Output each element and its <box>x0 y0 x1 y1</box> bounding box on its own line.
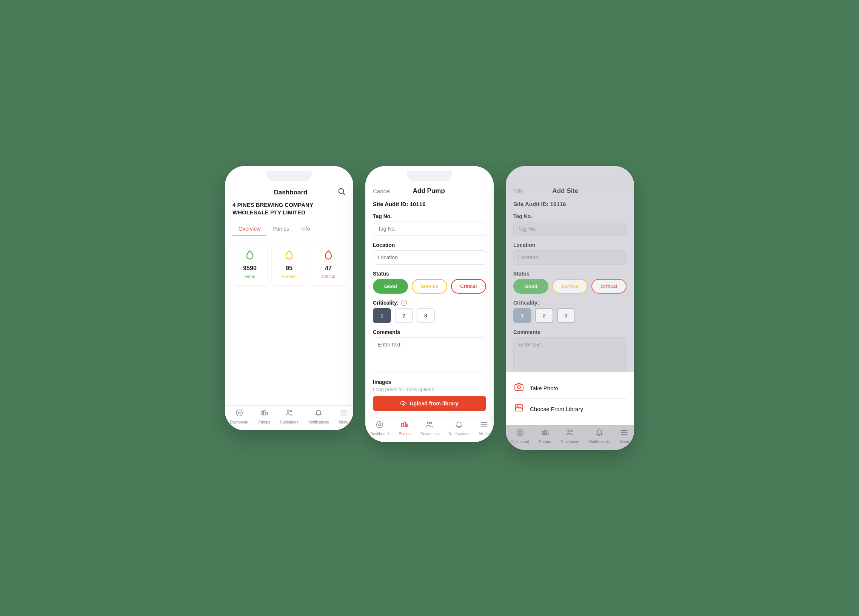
status-label-2: Status <box>373 270 486 277</box>
phone-add-site: Edit Add Site Site Audit ID: 10116 Tag N… <box>506 166 634 450</box>
tab-pumps[interactable]: Pumps <box>267 222 295 236</box>
comments-textarea-2[interactable] <box>373 338 486 371</box>
pumps-nav-icon-1 <box>260 409 269 419</box>
comments-group-2: Comments <box>373 329 486 373</box>
notifications-nav-icon-3 <box>595 428 603 439</box>
svg-point-7 <box>287 410 289 413</box>
tab-info[interactable]: Info <box>295 222 316 236</box>
service-btn-2[interactable]: Service <box>412 279 447 294</box>
search-icon[interactable] <box>337 187 346 197</box>
tag-no-input-2[interactable] <box>373 222 486 236</box>
take-photo-label: Take Photo <box>530 385 558 391</box>
criticality-label-3: Criticality: <box>513 300 626 306</box>
nav-pumps-2[interactable]: Pumps <box>399 421 411 436</box>
svg-rect-29 <box>544 430 546 435</box>
status-label-3: Status <box>513 270 626 277</box>
upload-btn-label-2: Upload from library <box>409 400 458 406</box>
bottom-nav-3: Dashboard Pumps <box>506 425 634 450</box>
svg-point-2 <box>236 410 242 416</box>
svg-rect-28 <box>542 431 544 435</box>
svg-point-3 <box>238 412 241 414</box>
take-photo-action[interactable]: Take Photo <box>513 378 626 398</box>
tabs-row: Overview Pumps Info <box>225 222 353 236</box>
criticality-info-icon-2[interactable]: i <box>401 300 407 306</box>
crit-2-btn-3[interactable]: 2 <box>535 308 553 323</box>
nav-menu-1[interactable]: Menu <box>339 409 348 424</box>
nav-customers-1[interactable]: Customers <box>280 409 298 424</box>
edit-button-3[interactable]: Edit <box>513 188 523 194</box>
customers-nav-icon-1 <box>285 409 293 419</box>
nav-menu-3[interactable]: Menu <box>620 428 629 444</box>
nav-customers-label-3: Customers <box>561 440 579 444</box>
criticality-label-2: Criticality: i <box>373 300 486 306</box>
upload-btn-2[interactable]: Upload from library <box>373 396 486 411</box>
crit-2-btn-2[interactable]: 2 <box>395 308 413 323</box>
comments-group-3: Comments <box>513 329 626 372</box>
nav-menu-label-3: Menu <box>620 440 629 444</box>
svg-point-13 <box>376 422 383 428</box>
audit-id-2: Site Audit ID: 10116 <box>365 201 494 213</box>
crit-1-btn-3[interactable]: 1 <box>513 308 531 323</box>
nav-dashboard-3[interactable]: Dashboard <box>511 428 529 444</box>
nav-notifications-1[interactable]: Notifications <box>308 409 329 424</box>
status-buttons-2: Good Service Critical <box>373 279 486 294</box>
dashboard-nav-icon-3 <box>516 428 524 439</box>
nav-notifications-label-3: Notifications <box>589 440 609 444</box>
customers-nav-icon-2 <box>425 421 434 431</box>
crit-3-btn-2[interactable]: 3 <box>417 308 435 323</box>
critical-btn-3[interactable]: Critical <box>591 279 626 294</box>
pumps-nav-icon-3 <box>541 428 549 439</box>
tab-overview[interactable]: Overview <box>233 222 267 236</box>
location-label-3: Location <box>513 242 626 248</box>
svg-point-8 <box>290 411 292 412</box>
location-group-2: Location <box>373 242 486 264</box>
svg-point-31 <box>568 430 570 432</box>
location-input-3[interactable] <box>513 250 626 264</box>
good-label: Good <box>244 274 255 279</box>
crit-1-btn-2[interactable]: 1 <box>373 308 391 323</box>
svg-point-23 <box>517 386 520 389</box>
camera-icon <box>513 382 525 394</box>
svg-rect-15 <box>401 423 403 427</box>
nav-pumps-3[interactable]: Pumps <box>539 428 551 444</box>
tag-no-input-3[interactable] <box>513 222 626 236</box>
nav-notifications-3[interactable]: Notifications <box>589 428 609 444</box>
good-btn-3[interactable]: Good <box>513 279 548 294</box>
cancel-button[interactable]: Cancel <box>373 188 390 194</box>
nav-dashboard-1[interactable]: Dashboard <box>230 409 248 424</box>
nav-pumps-1[interactable]: Pumps <box>259 409 270 424</box>
svg-rect-6 <box>266 412 268 415</box>
nav-pumps-label-1: Pumps <box>259 420 270 424</box>
notifications-nav-icon-1 <box>314 409 323 419</box>
photo-actions-panel: Take Photo Choose From Library <box>506 372 634 425</box>
good-btn-2[interactable]: Good <box>373 279 408 294</box>
nav-menu-2[interactable]: Menu <box>479 421 489 436</box>
nav-customers-2[interactable]: Customers <box>420 421 439 436</box>
comments-textarea-3[interactable] <box>513 338 626 371</box>
nav-pumps-label-3: Pumps <box>539 440 551 444</box>
crit-3-btn-3[interactable]: 3 <box>557 308 575 323</box>
location-group-3: Location <box>513 242 626 264</box>
choose-library-label: Choose From Library <box>530 406 583 412</box>
menu-nav-icon-2 <box>480 421 488 431</box>
svg-point-18 <box>428 422 430 424</box>
nav-dashboard-2[interactable]: Dashboard <box>370 421 389 436</box>
critical-btn-2[interactable]: Critical <box>451 279 486 294</box>
svg-point-27 <box>519 432 521 434</box>
form-body-3: Tag No. Location Status Good Service Cri… <box>506 213 634 372</box>
svg-rect-17 <box>406 424 408 427</box>
criticality-group-3: Criticality: 1 2 3 <box>513 300 626 323</box>
nav-dashboard-label-1: Dashboard <box>230 420 248 424</box>
nav-customers-3[interactable]: Customers <box>561 428 579 444</box>
phone-dashboard: Dashboard 4 PINES BREWING COMPANY WHOLES… <box>225 166 353 430</box>
phone-add-pump: Cancel Add Pump Site Audit ID: 10116 Tag… <box>365 166 494 442</box>
stat-critical: 47 Critical <box>311 244 346 285</box>
nav-notifications-2[interactable]: Notifications <box>449 421 469 436</box>
service-btn-3[interactable]: Service <box>552 279 587 294</box>
choose-library-action[interactable]: Choose From Library <box>513 399 626 419</box>
tag-no-group-2: Tag No. <box>373 213 486 236</box>
location-input-2[interactable] <box>373 250 486 264</box>
nav-dashboard-label-2: Dashboard <box>370 432 389 436</box>
critical-number: 47 <box>325 265 332 272</box>
svg-point-26 <box>517 430 523 436</box>
